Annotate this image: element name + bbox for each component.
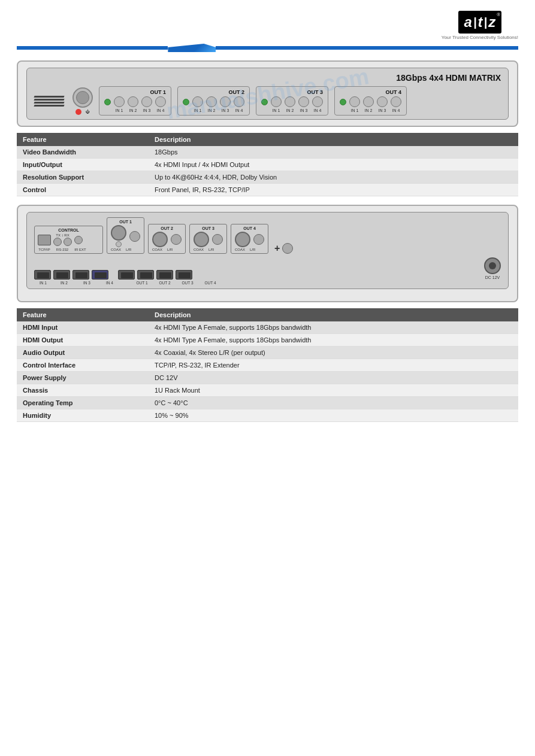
- out1-btn-in1[interactable]: [114, 96, 125, 107]
- out3-btn-in4[interactable]: [312, 96, 323, 107]
- back-out1-label: OUT 1: [111, 220, 140, 224]
- out3-lr-port: [212, 234, 223, 245]
- out1-buttons: [104, 96, 166, 107]
- back-out4-audio: OUT 4 COAX L/R: [231, 224, 268, 254]
- out1-btn-in2[interactable]: [128, 96, 138, 107]
- out1-label: OUT 1: [131, 281, 153, 285]
- out2-coax-port: [152, 232, 168, 247]
- dc-port-inner: [489, 262, 496, 269]
- back-row5-feature: Power Supply: [17, 372, 149, 384]
- hdmi-in4-port: [92, 270, 108, 280]
- out1-in1-label: IN 1: [114, 108, 125, 113]
- back-plus-circle: +: [274, 243, 293, 254]
- logo-box: a | t | z ® Your Trusted Connectivity So…: [442, 11, 518, 40]
- logo-tagline: Your Trusted Connectivity Solutions!: [442, 35, 518, 40]
- tx-rx-ports: [53, 238, 72, 246]
- back-control-section: CONTROL TX ↕ RX TCP/IP: [34, 226, 103, 254]
- dc-label: DC 12V: [485, 275, 500, 280]
- out1-led: [104, 99, 111, 105]
- back-out1-lr: [129, 231, 140, 242]
- table-row: Humidity 10% ~ 90%: [17, 409, 518, 422]
- back-out1-coax: [111, 225, 126, 247]
- out3-coax-port: [194, 232, 209, 247]
- table-row: Audio Output 4x Coaxial, 4x Stereo L/R (…: [17, 347, 518, 359]
- out1-coax-center: [116, 241, 122, 247]
- plus-icon: +: [274, 243, 280, 254]
- out2-btn-in1[interactable]: [192, 96, 203, 107]
- rs232-label: RS-232: [53, 248, 71, 251]
- out3-btn-in3[interactable]: [298, 96, 309, 107]
- back-out2-audio-labels: COAX L/R: [152, 248, 182, 251]
- gap-spacer: [122, 281, 130, 285]
- back-row3-feature: Audio Output: [17, 347, 149, 359]
- table-row: Input/Output 4x HDMI Input / 4x HDMI Out…: [17, 159, 518, 171]
- out2-btn-in4[interactable]: [234, 96, 244, 107]
- front-panel-box: manualshhive.com 18Gbps 4x4 HDMI MATRIX: [17, 60, 518, 127]
- out3-btn-in1[interactable]: [271, 96, 282, 107]
- hdmi-inputs: [34, 270, 108, 280]
- table-row: Power Supply DC 12V: [17, 372, 518, 384]
- hdmi-in2-port: [53, 270, 70, 280]
- out2-lr-label: L/R: [167, 248, 173, 251]
- table-row: Operating Temp 0°C ~ 40°C: [17, 397, 518, 409]
- out3-coax-label: COAX: [194, 248, 204, 251]
- out4-btn-in2[interactable]: [363, 96, 374, 107]
- ir-port: [74, 236, 83, 244]
- back-row3-description: 4x Coaxial, 4x Stereo L/R (per output): [149, 347, 518, 359]
- out4-buttons: [340, 96, 401, 107]
- out4-btn-in4[interactable]: [391, 96, 401, 107]
- out2-btn-in2[interactable]: [206, 96, 217, 107]
- hdmi-in1-port: [34, 270, 51, 280]
- hdmi-out3-port: [156, 270, 173, 280]
- out2-led: [183, 99, 189, 105]
- back-bottom-labels: IN 1 IN 2 IN 3 IN 4 OUT 1 OUT 2 OUT 3 OU…: [34, 281, 501, 285]
- back-row2-feature: HDMI Output: [17, 334, 149, 347]
- front-panel-body: ⏻ OUT 1 IN 1 IN: [34, 86, 501, 116]
- out4-btn-in1[interactable]: [349, 96, 360, 107]
- out3-label: OUT 3: [307, 89, 323, 95]
- hdmi-in3-port: [72, 270, 89, 280]
- out3-label: OUT 3: [177, 281, 198, 285]
- out4-lr-port: [253, 234, 264, 245]
- irext-label: IR EXT: [74, 248, 87, 251]
- out1-in3-label: IN 3: [141, 108, 152, 113]
- back-out4-label: OUT 4: [235, 226, 264, 230]
- back-row8-description: 10% ~ 90%: [149, 409, 518, 422]
- out2-btn-in3[interactable]: [220, 96, 231, 107]
- back-row1-description: 4x HDMI Type A Female, supports 18Gbps b…: [149, 321, 518, 334]
- out3-buttons: [261, 96, 323, 107]
- out3-in1-label: IN 1: [271, 108, 282, 113]
- back-out1-ports: [111, 225, 140, 247]
- out1-btn-in4[interactable]: [155, 96, 166, 107]
- out2-lr-port: [171, 234, 182, 245]
- out3-in2-label: IN 2: [285, 108, 295, 113]
- control-ports-top: TX ↕ RX: [38, 233, 99, 246]
- out4-coax-port: [235, 232, 250, 247]
- front-row2-feature: Input/Output: [17, 159, 149, 171]
- out3-btn-in2[interactable]: [285, 96, 295, 107]
- out1-in4-label: IN 4: [155, 108, 166, 113]
- back-row1-feature: HDMI Input: [17, 321, 149, 334]
- in2-label: IN 2: [53, 281, 75, 285]
- back-out3-audio: OUT 3 COAX L/R: [189, 224, 227, 254]
- back-out3-ports: [194, 232, 223, 247]
- back-panel-box: CONTROL TX ↕ RX TCP/IP: [17, 205, 518, 302]
- back-row7-feature: Operating Temp: [17, 397, 149, 409]
- back-out1-audio-labels: COAX L/R: [111, 248, 140, 251]
- hdmi-outputs: [118, 270, 192, 280]
- back-row8-feature: Humidity: [17, 409, 149, 422]
- out1-btn-in3[interactable]: [141, 96, 152, 107]
- back-panel: CONTROL TX ↕ RX TCP/IP: [26, 212, 509, 289]
- in3-label: IN 3: [76, 281, 98, 285]
- back-row6-feature: Chassis: [17, 384, 149, 397]
- front-row1-description: 18Gbps: [149, 146, 518, 159]
- out2-label: OUT 2: [228, 89, 244, 95]
- out2-in-labels: IN 1 IN 2 IN 3 IN 4: [183, 108, 244, 113]
- logo-letter-t: t: [478, 14, 483, 31]
- back-out4-audio-labels: COAX L/R: [235, 248, 264, 251]
- out4-btn-in3[interactable]: [377, 96, 388, 107]
- table-row: HDMI Output 4x HDMI Type A Female, suppo…: [17, 334, 518, 347]
- hdmi-out4-port: [176, 270, 192, 280]
- power-button[interactable]: [72, 87, 93, 108]
- out4-lr-label: L/R: [250, 248, 255, 251]
